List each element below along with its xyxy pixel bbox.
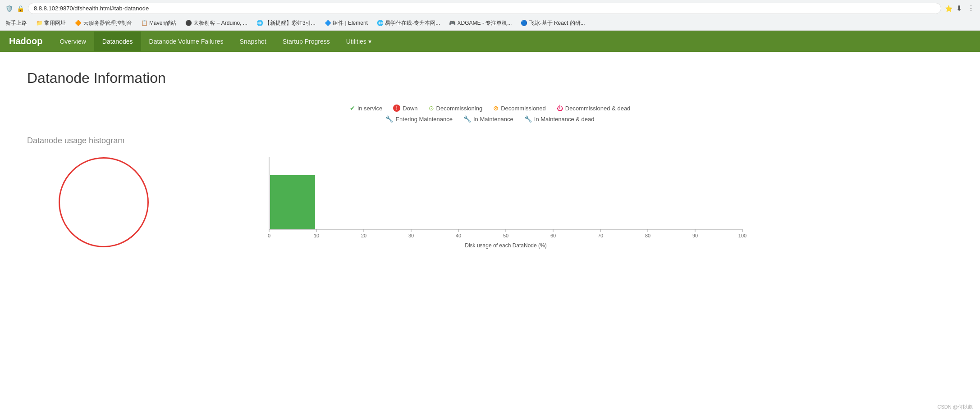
browser-chrome: 🛡️ 🔒 ⭐ ⬇ ⋮ 新手上路 📁 常用网址 🔶 云服务器管理控制台 📋 Mav… — [0, 0, 980, 31]
exclamation-icon: ! — [393, 105, 400, 112]
svg-text:60: 60 — [550, 233, 556, 238]
legend-in-maintenance-dead: 🔧 In Maintenance & dead — [524, 115, 595, 123]
checkmark-icon: ✔ — [350, 105, 355, 112]
decommissioned-icon: ⊗ — [493, 105, 499, 112]
nav-link-datanodes[interactable]: Datanodes — [94, 32, 141, 51]
histogram-bar — [270, 175, 315, 229]
bookmark-cloud[interactable]: 🔶 云服务器管理控制台 — [73, 18, 133, 28]
bookmark-feibing[interactable]: 🔵 飞冰-基于 React 的研... — [519, 18, 586, 28]
bar-value-label: 3 — [291, 166, 294, 172]
browser-action-icons: ⬇ ⋮ — [956, 4, 975, 13]
nav-item-volume-failures: Datanode Volume Failures — [141, 32, 232, 51]
svg-text:70: 70 — [598, 233, 603, 238]
nav-item-overview: Overview — [51, 32, 94, 51]
legend-label-decommissioned: Decommissioned — [501, 105, 546, 112]
nav-item-startup: Startup Progress — [275, 32, 338, 51]
nav-item-snapshot: Snapshot — [232, 32, 275, 51]
star-icon[interactable]: ⭐ — [945, 5, 953, 12]
legend-row-2: 🔧 Entering Maintenance 🔧 In Maintenance … — [27, 115, 953, 123]
x-axis-label: Disk usage of each DataNode (%) — [465, 242, 546, 249]
address-input[interactable] — [28, 3, 941, 14]
legend-down: ! Down — [393, 105, 417, 112]
svg-text:40: 40 — [456, 233, 461, 238]
svg-text:30: 30 — [408, 233, 414, 238]
legend-in-maintenance: 🔧 In Maintenance — [463, 115, 513, 123]
chart-wrapper: 3 0 10 20 30 40 50 — [45, 153, 953, 252]
main-content: Datanode Information ✔ In service ! Down… — [0, 52, 980, 270]
bookmark-arduino[interactable]: ⚫ 太极创客 – Arduino, ... — [183, 18, 249, 28]
shield-icon: 🛡️ — [5, 5, 13, 12]
download-icon[interactable]: ⬇ — [956, 4, 962, 13]
svg-text:50: 50 — [503, 233, 508, 238]
decommissioning-icon: ⊙ — [429, 105, 434, 112]
legend-entering-maintenance: 🔧 Entering Maintenance — [385, 115, 452, 123]
legend-label-decommissioning: Decommissioning — [436, 105, 483, 112]
svg-text:100: 100 — [738, 233, 746, 238]
bookmark-rainbow[interactable]: 🌐 【新提醒】彩虹3引... — [255, 18, 317, 28]
bookmark-maven[interactable]: 📋 Maven酷站 — [139, 18, 178, 28]
bookmark-element[interactable]: 🔷 组件 | Element — [323, 18, 370, 28]
legend-label-in-service: In service — [357, 105, 383, 112]
bookmark-yixueshi[interactable]: 🌐 易学仕在线-专升本网... — [375, 18, 442, 28]
wrench-orange-icon: 🔧 — [463, 115, 471, 123]
power-icon: ⏻ — [557, 105, 563, 112]
nav-links: Overview Datanodes Datanode Volume Failu… — [51, 32, 379, 51]
histogram-chart: 3 0 10 20 30 40 50 — [45, 153, 953, 252]
legend-label-decommissioned-dead: Decommissioned & dead — [565, 105, 631, 112]
histogram-section: Datanode usage histogram 3 — [27, 136, 953, 252]
legend-row-1: ✔ In service ! Down ⊙ Decommissioning ⊗ … — [27, 105, 953, 112]
legend-label-in-maintenance-dead: In Maintenance & dead — [534, 116, 595, 123]
more-icon[interactable]: ⋮ — [967, 4, 975, 13]
nav-link-overview[interactable]: Overview — [51, 32, 94, 51]
legend-label-in-maintenance: In Maintenance — [473, 116, 513, 123]
legend-in-service: ✔ In service — [350, 105, 383, 112]
nav-link-utilities[interactable]: Utilities — [338, 32, 380, 51]
nav-link-startup[interactable]: Startup Progress — [275, 32, 338, 51]
bookmark-xinshoulv[interactable]: 新手上路 — [4, 18, 29, 28]
nav-item-utilities: Utilities — [338, 32, 380, 51]
page-title: Datanode Information — [27, 70, 953, 86]
svg-text:90: 90 — [692, 233, 698, 238]
legend-decommissioned-dead: ⏻ Decommissioned & dead — [557, 105, 631, 112]
legend-label-entering-maintenance: Entering Maintenance — [395, 116, 452, 123]
bookmarks-bar: 新手上路 📁 常用网址 🔶 云服务器管理控制台 📋 Maven酷站 ⚫ 太极创客… — [0, 17, 980, 30]
svg-text:0: 0 — [268, 233, 270, 238]
svg-text:20: 20 — [361, 233, 366, 238]
bookmark-changyong[interactable]: 📁 常用网址 — [34, 18, 68, 28]
nav-link-volume-failures[interactable]: Datanode Volume Failures — [141, 32, 232, 51]
navbar-brand[interactable]: Hadoop — [0, 31, 51, 52]
svg-text:80: 80 — [645, 233, 650, 238]
svg-text:10: 10 — [314, 233, 319, 238]
histogram-title: Datanode usage histogram — [27, 136, 953, 146]
wrench-green-icon: 🔧 — [385, 115, 393, 123]
legend: ✔ In service ! Down ⊙ Decommissioning ⊗ … — [27, 105, 953, 123]
bookmark-xdgame[interactable]: 🎮 XDGAME - 专注单机... — [447, 18, 513, 28]
legend-decommissioning: ⊙ Decommissioning — [429, 105, 483, 112]
wrench-pink-icon: 🔧 — [524, 115, 532, 123]
nav-item-datanodes: Datanodes — [94, 32, 141, 51]
legend-label-down: Down — [403, 105, 417, 112]
nav-link-snapshot[interactable]: Snapshot — [232, 32, 275, 51]
navbar: Hadoop Overview Datanodes Datanode Volum… — [0, 31, 980, 52]
address-bar: 🛡️ 🔒 ⭐ ⬇ ⋮ — [0, 0, 980, 17]
lock-icon: 🔒 — [17, 5, 24, 12]
legend-decommissioned: ⊗ Decommissioned — [493, 105, 546, 112]
